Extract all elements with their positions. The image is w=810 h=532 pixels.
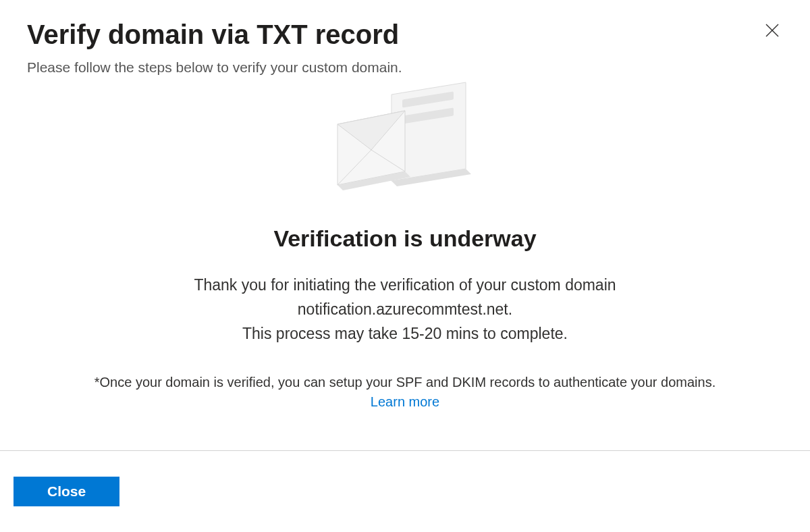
status-heading: Verification is underway — [27, 225, 783, 252]
process-time: This process may take 15-20 mins to comp… — [242, 325, 568, 342]
close-button[interactable]: Close — [14, 477, 119, 506]
dialog-subtitle: Please follow the steps below to verify … — [27, 57, 783, 77]
dialog-header: Verify domain via TXT record Please foll… — [0, 0, 810, 77]
mail-illustration — [324, 77, 486, 198]
learn-more-link[interactable]: Learn more — [27, 394, 783, 410]
domain-name: notification.azurecommtest.net. — [298, 300, 512, 318]
post-verify-note: *Once your domain is verified, you can s… — [27, 373, 783, 392]
thank-you-line: Thank you for initiating the verificatio… — [194, 276, 616, 294]
dialog-footer: Close — [0, 450, 810, 532]
status-text: Thank you for initiating the verificatio… — [101, 273, 709, 346]
dialog-title: Verify domain via TXT record — [27, 18, 783, 51]
dialog-body[interactable]: Verification is underway Thank you for i… — [0, 77, 810, 450]
close-icon-button[interactable] — [761, 20, 783, 42]
content-area: Verification is underway Thank you for i… — [0, 77, 810, 430]
verify-domain-dialog: Verify domain via TXT record Please foll… — [0, 0, 810, 532]
close-icon — [764, 22, 780, 41]
